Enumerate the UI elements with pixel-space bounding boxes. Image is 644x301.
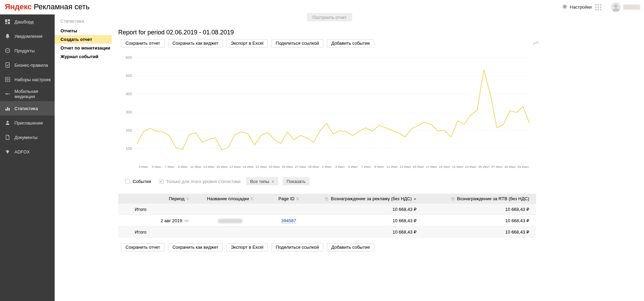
subnav-item-monetization-report[interactable]: Отчет по монетизации	[55, 44, 112, 52]
svg-text:3 Июл: 3 Июл	[335, 165, 344, 169]
sidebar-item-adfox[interactable]: ADFOX	[0, 144, 55, 159]
sidebar-item-invitations[interactable]: Приглашения	[0, 116, 55, 130]
share-link-button-bottom[interactable]: Поделиться ссылкой	[271, 243, 323, 251]
page-id-link[interactable]: 394587	[281, 218, 296, 224]
sidebar-item-business-rules[interactable]: Бизнес-правила	[0, 58, 55, 72]
sidebar-item-statistics[interactable]: Статистика	[0, 101, 55, 116]
help-icon[interactable]: ?	[451, 197, 455, 201]
svg-text:23 Июл: 23 Июл	[465, 165, 476, 169]
save-as-widget-button[interactable]: Сохранить как виджет	[168, 39, 223, 47]
subnav-item-event-log[interactable]: Журнал событий	[55, 52, 112, 61]
logo-yandex: Яндекс	[5, 2, 32, 11]
types-dropdown-label: Все типы	[250, 179, 269, 184]
svg-text:600: 600	[126, 55, 132, 60]
user-name-blurred[interactable]	[623, 4, 640, 10]
sidebar-item-mobile-mediation[interactable]: Мобильная медиация	[0, 87, 55, 101]
page-icon	[5, 135, 10, 140]
table-row-total-top: Итого 10 668,43 ₽ 10 668,43 ₽	[118, 204, 536, 215]
total-rtb-reward: 10 668,43 ₽	[423, 207, 536, 212]
table-row: 2 авг 2019, пт 394587 10 668,43 ₽ 10 668…	[118, 215, 536, 226]
report-title: Report for period 02.06.2019 - 01.08.201…	[118, 29, 234, 36]
person-icon	[5, 120, 10, 126]
document-check-icon	[5, 62, 10, 68]
help-icon[interactable]: ?	[324, 197, 329, 201]
sidebar-item-products[interactable]: 10 Продукты	[0, 43, 55, 58]
sorted-desc-icon: ▼	[413, 197, 417, 201]
sidebar: Дашборд Уведомления 10 Продукты	[0, 14, 55, 301]
export-excel-button[interactable]: Экспорт в Excel	[226, 39, 268, 47]
share-link-button[interactable]: Поделиться ссылкой	[271, 39, 323, 47]
chevron-down-icon: ∨	[271, 180, 274, 183]
svg-text:7 Июл: 7 Июл	[361, 165, 370, 169]
level-checkbox-label: Только для этого уровня статистики	[166, 179, 241, 184]
column-header-page-id[interactable]: Page ID⇅	[268, 196, 309, 201]
sidebar-item-documents[interactable]: Документы	[0, 130, 55, 144]
sidebar-item-settings-sets[interactable]: Наборы настроек	[0, 72, 55, 87]
svg-text:13 Июл: 13 Июл	[400, 165, 411, 169]
svg-text:13 Июн: 13 Июн	[203, 165, 214, 169]
save-report-button[interactable]: Сохранить отчет	[121, 39, 165, 47]
svg-text:500: 500	[126, 74, 132, 78]
sidebar-item-dashboard[interactable]: Дашборд	[0, 14, 55, 29]
types-dropdown[interactable]: Все типы ∨	[246, 177, 278, 185]
sidebar-item-label: Продукты	[14, 48, 35, 53]
column-header-ad-reward[interactable]: ?Вознаграждение за рекламу (без НДС)▼	[309, 196, 423, 201]
site-name-blurred	[218, 219, 242, 223]
svg-text:15 Июл: 15 Июл	[413, 165, 424, 169]
apps-grid-icon[interactable]	[595, 4, 601, 10]
subnav-item-reports[interactable]: Отчеты	[55, 26, 112, 35]
subnav-item-create-report[interactable]: Создать отчет	[55, 35, 112, 44]
checkbox-unchecked-icon	[125, 179, 130, 184]
logo[interactable]: ЯндексРекламная сеть	[5, 2, 90, 11]
column-header-site-name[interactable]: Название площадки⇅	[192, 196, 268, 201]
svg-text:400: 400	[126, 92, 132, 96]
table-row-total-bottom: Итого 10 668,43 ₽ 10 668,43 ₽	[118, 226, 536, 238]
svg-text:21 Июн: 21 Июн	[256, 165, 267, 169]
avatar[interactable]	[611, 2, 621, 12]
svg-text:9 Июн: 9 Июн	[178, 165, 187, 169]
svg-text:17 Июн: 17 Июн	[230, 165, 241, 169]
ad-reward-cell: 10 668,43 ₽	[309, 218, 423, 223]
column-header-rtb-reward[interactable]: ?Вознаграждение за RTB (без НДС)	[423, 196, 536, 201]
rtb-reward-cell: 10 668,43 ₽	[423, 218, 536, 223]
events-checkbox[interactable]: События	[125, 179, 151, 184]
level-checkbox[interactable]: ✓ Только для этого уровня статистики	[159, 179, 241, 184]
save-as-widget-button-bottom[interactable]: Сохранить как виджет	[168, 243, 223, 251]
sidebar-item-label: ADFOX	[14, 149, 30, 154]
svg-text:7 Июн: 7 Июн	[165, 165, 174, 169]
period-cell: 2 авг 2019, пт	[118, 218, 192, 223]
sidebar-item-label: Уведомления	[14, 34, 42, 39]
svg-text:19 Июл: 19 Июл	[439, 165, 450, 169]
logo-product-name: Рекламная сеть	[34, 2, 89, 11]
save-report-button-bottom[interactable]: Сохранить отчет	[121, 243, 165, 251]
report-chart: 1002003004005006003 Июн5 Июн7 Июн9 Июн11…	[118, 52, 532, 172]
svg-text:25 Июн: 25 Июн	[282, 165, 293, 169]
dashboard-icon	[5, 19, 10, 24]
sidebar-item-notifications[interactable]: Уведомления	[0, 29, 55, 43]
svg-text:5 Июл: 5 Июл	[348, 165, 357, 169]
sort-icon: ⇅	[186, 197, 189, 201]
add-event-button[interactable]: Добавить событие	[327, 39, 374, 47]
settings-button[interactable]: Настройки	[562, 4, 592, 10]
actions-row-top: Сохранить отчет Сохранить как виджет Экс…	[121, 39, 374, 47]
chart-settings-icon[interactable]	[533, 41, 539, 46]
table-header-row: Период⇅ Название площадки⇅ Page ID⇅ ?Воз…	[118, 194, 536, 204]
line-chart-svg: 1002003004005006003 Июн5 Июн7 Июн9 Июн11…	[118, 52, 532, 172]
subnav-title: Статистика	[60, 19, 112, 24]
svg-text:29 Июл: 29 Июл	[504, 165, 516, 169]
topbar: ЯндексРекламная сеть Настройки	[0, 0, 644, 14]
add-event-button-bottom[interactable]: Добавить событие	[327, 243, 374, 251]
events-checkbox-label: События	[133, 179, 151, 184]
column-header-period[interactable]: Период⇅	[118, 196, 192, 201]
site-name-cell	[192, 218, 268, 223]
show-button[interactable]: Показать	[282, 177, 310, 185]
report-table: Период⇅ Название площадки⇅ Page ID⇅ ?Воз…	[118, 194, 536, 238]
sidebar-item-label: Дашборд	[14, 19, 34, 24]
checkbox-checked-icon: ✓	[159, 179, 164, 184]
svg-text:19 Июн: 19 Июн	[243, 165, 254, 169]
build-report-button[interactable]: Построить отчет	[307, 13, 352, 21]
settings-box-icon	[5, 77, 10, 82]
export-excel-button-bottom[interactable]: Экспорт в Excel	[226, 243, 268, 251]
slider-icon	[5, 91, 10, 97]
total-label: Итого	[118, 207, 192, 212]
